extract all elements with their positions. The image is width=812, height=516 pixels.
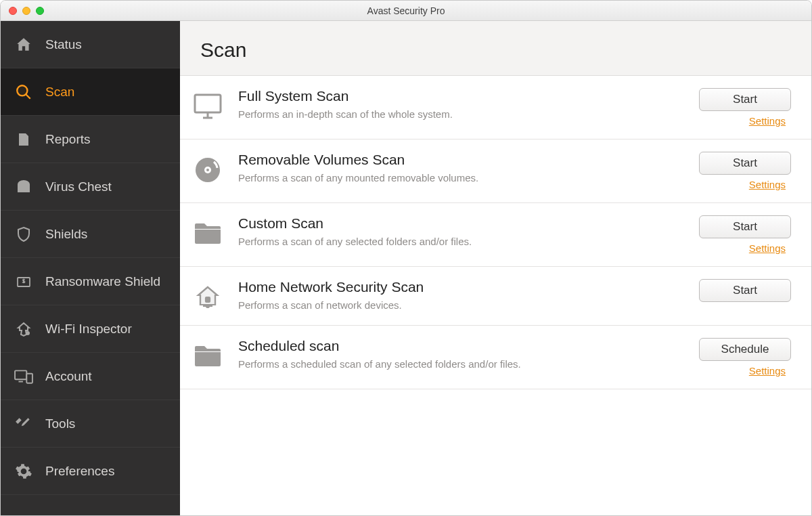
scan-description: Performs a scan of network devices. [238, 299, 668, 311]
sidebar-item-account[interactable]: Account [1, 353, 180, 400]
scan-title: Home Network Security Scan [238, 279, 668, 295]
sidebar-item-label: Virus Chest [45, 179, 112, 194]
scan-actions: Start [683, 279, 791, 302]
scan-row-custom: Custom Scan Performs a scan of any selec… [180, 203, 811, 267]
sidebar-item-preferences[interactable]: Preferences [1, 448, 180, 495]
sidebar-item-label: Ransomware Shield [45, 274, 160, 289]
sidebar-item-wifi-inspector[interactable]: Wi-Fi Inspector [1, 305, 180, 353]
chest-icon [14, 177, 33, 196]
sidebar-item-tools[interactable]: Tools [1, 400, 180, 448]
svg-text:$: $ [22, 278, 25, 284]
app-body: Status Scan Reports Virus Chest [1, 21, 811, 515]
sidebar-item-label: Status [45, 37, 82, 52]
scan-row-removable-volumes: Removable Volumes Scan Performs a scan o… [180, 139, 811, 203]
sidebar-item-status[interactable]: Status [1, 21, 180, 68]
folder-icon [192, 218, 223, 249]
scan-description: Performs an in-depth scan of the whole s… [238, 108, 668, 120]
svg-line-1 [26, 94, 30, 99]
wifi-icon [14, 320, 33, 339]
close-window-button[interactable] [9, 7, 17, 15]
document-icon [14, 130, 33, 149]
scan-row-scheduled: Scheduled scan Performs a scheduled scan… [180, 326, 811, 389]
sidebar-item-label: Scan [45, 85, 74, 100]
scan-list: Full System Scan Performs an in-depth sc… [180, 76, 811, 515]
start-button[interactable]: Start [699, 88, 791, 111]
home-icon [14, 35, 33, 54]
scan-title: Removable Volumes Scan [238, 152, 668, 168]
gear-icon [14, 462, 33, 481]
scan-title: Full System Scan [238, 88, 668, 104]
scan-text: Custom Scan Performs a scan of any selec… [238, 215, 668, 247]
sidebar-item-label: Shields [45, 227, 87, 242]
minimize-window-button[interactable] [22, 7, 30, 15]
main-panel: Scan Full System Scan Performs an in-dep… [180, 21, 811, 515]
window-title: Avast Security Pro [1, 5, 811, 16]
scan-text: Home Network Security Scan Performs a sc… [238, 279, 668, 311]
house-network-icon [192, 282, 223, 313]
devices-icon [14, 367, 33, 386]
start-button[interactable]: Start [699, 152, 791, 175]
ransomware-icon: $ [14, 272, 33, 291]
start-button[interactable]: Start [699, 215, 791, 238]
disc-icon [192, 154, 223, 186]
scan-title: Custom Scan [238, 215, 668, 232]
scan-actions: Schedule Settings [683, 338, 791, 377]
svg-point-10 [206, 169, 209, 171]
folder-icon [192, 341, 223, 372]
sidebar-item-label: Reports [45, 132, 91, 147]
scan-title: Scheduled scan [238, 338, 668, 354]
tools-icon [14, 414, 33, 433]
titlebar: Avast Security Pro [1, 1, 811, 21]
scan-text: Scheduled scan Performs a scheduled scan… [238, 338, 668, 370]
scan-text: Full System Scan Performs an in-depth sc… [238, 88, 668, 120]
svg-point-0 [17, 85, 27, 95]
maximize-window-button[interactable] [36, 7, 44, 15]
sidebar-item-label: Preferences [45, 464, 114, 479]
main-header: Scan [180, 21, 811, 76]
sidebar-item-reports[interactable]: Reports [1, 116, 180, 163]
settings-link[interactable]: Settings [749, 115, 786, 127]
shield-icon [14, 225, 33, 244]
settings-link[interactable]: Settings [749, 179, 786, 190]
settings-link[interactable]: Settings [749, 365, 786, 377]
monitor-icon [192, 91, 223, 122]
page-title: Scan [200, 39, 791, 62]
scan-actions: Start Settings [683, 215, 791, 254]
sidebar-item-scan[interactable]: Scan [1, 68, 180, 116]
svg-rect-7 [195, 95, 221, 112]
scan-actions: Start Settings [683, 88, 791, 127]
svg-point-4 [26, 331, 30, 335]
scan-description: Performs a scan of any selected folders … [238, 236, 668, 247]
sidebar-item-virus-chest[interactable]: Virus Chest [1, 163, 180, 211]
svg-rect-5 [15, 370, 26, 379]
scan-row-full-system: Full System Scan Performs an in-depth sc… [180, 76, 811, 139]
settings-link[interactable]: Settings [749, 242, 786, 254]
scan-row-home-network: Home Network Security Scan Performs a sc… [180, 267, 811, 326]
svg-rect-6 [26, 373, 32, 383]
scan-description: Performs a scan of any mounted removable… [238, 172, 668, 184]
app-window: Avast Security Pro Status Scan Reports [0, 0, 812, 516]
sidebar-item-label: Wi-Fi Inspector [45, 322, 132, 337]
scan-description: Performs a scheduled scan of any selecte… [238, 358, 668, 370]
sidebar-item-shields[interactable]: Shields [1, 211, 180, 258]
scan-actions: Start Settings [683, 152, 791, 190]
traffic-lights [9, 7, 44, 15]
sidebar-item-ransomware-shield[interactable]: $ Ransomware Shield [1, 258, 180, 305]
svg-rect-11 [206, 297, 210, 302]
sidebar-item-label: Account [45, 369, 92, 384]
schedule-button[interactable]: Schedule [699, 338, 791, 361]
sidebar: Status Scan Reports Virus Chest [1, 21, 180, 515]
sidebar-item-label: Tools [45, 416, 75, 431]
start-button[interactable]: Start [699, 279, 791, 302]
scan-text: Removable Volumes Scan Performs a scan o… [238, 152, 668, 184]
search-icon [14, 83, 33, 102]
